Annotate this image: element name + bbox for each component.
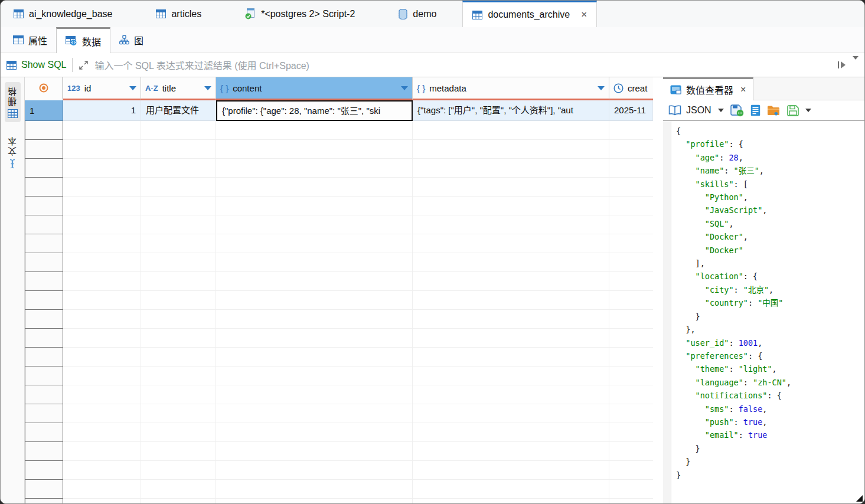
empty-cell[interactable] bbox=[63, 178, 141, 197]
empty-cell[interactable] bbox=[63, 291, 141, 310]
empty-cell[interactable] bbox=[609, 480, 653, 499]
table-row[interactable] bbox=[25, 442, 653, 461]
row-number-cell[interactable] bbox=[25, 158, 63, 178]
empty-cell[interactable] bbox=[141, 423, 216, 442]
empty-cell[interactable] bbox=[413, 385, 609, 404]
empty-cell[interactable] bbox=[141, 461, 216, 480]
empty-cell[interactable] bbox=[413, 423, 609, 442]
empty-cell[interactable] bbox=[63, 366, 141, 385]
cell-content[interactable]: {"profile": {"age": 28, "name": "张三", "s… bbox=[216, 100, 413, 121]
empty-cell[interactable] bbox=[63, 215, 141, 234]
row-number-cell[interactable] bbox=[25, 177, 63, 197]
empty-cell[interactable] bbox=[63, 310, 141, 329]
save-value-icon[interactable] bbox=[730, 104, 744, 117]
empty-cell[interactable] bbox=[141, 140, 216, 159]
close-icon[interactable]: × bbox=[581, 9, 587, 21]
empty-cell[interactable] bbox=[609, 121, 653, 140]
empty-cell[interactable] bbox=[609, 385, 653, 404]
empty-cell[interactable] bbox=[63, 404, 141, 423]
table-row[interactable] bbox=[25, 159, 653, 178]
panel-sash[interactable] bbox=[653, 77, 663, 503]
row-number-cell[interactable] bbox=[25, 290, 63, 310]
empty-cell[interactable] bbox=[216, 499, 413, 503]
empty-cell[interactable] bbox=[609, 159, 653, 178]
format-dropdown-icon[interactable] bbox=[718, 109, 724, 112]
empty-cell[interactable] bbox=[609, 442, 653, 461]
empty-cell[interactable] bbox=[413, 140, 609, 159]
empty-cell[interactable] bbox=[216, 461, 413, 480]
tab-properties[interactable]: 属性 bbox=[4, 27, 56, 53]
table-row[interactable] bbox=[25, 366, 653, 385]
empty-cell[interactable] bbox=[63, 197, 141, 215]
empty-cell[interactable] bbox=[141, 272, 216, 291]
row-number-cell[interactable] bbox=[25, 234, 63, 253]
json-code[interactable]: { "profile": { "age": 28, "name": "张三", … bbox=[671, 121, 864, 503]
empty-cell[interactable] bbox=[609, 366, 653, 385]
table-row[interactable] bbox=[25, 140, 653, 159]
empty-cell[interactable] bbox=[216, 291, 413, 310]
table-row[interactable] bbox=[25, 272, 653, 291]
empty-cell[interactable] bbox=[413, 442, 609, 461]
empty-cell[interactable] bbox=[609, 253, 653, 272]
empty-cell[interactable] bbox=[413, 121, 609, 140]
column-header-id[interactable]: 123 id bbox=[63, 77, 141, 100]
empty-cell[interactable] bbox=[63, 480, 141, 499]
show-sql-button[interactable]: Show SQL bbox=[6, 60, 66, 70]
empty-cell[interactable] bbox=[413, 404, 609, 423]
empty-cell[interactable] bbox=[63, 423, 141, 442]
tab-script-2[interactable]: *<postgres 2> Script-2 bbox=[236, 1, 364, 27]
cell-created[interactable]: 2025-11 bbox=[609, 100, 653, 121]
table-row[interactable] bbox=[25, 121, 653, 140]
cell-metadata[interactable]: {"tags": ["用户", "配置", "个人资料"], "aut bbox=[413, 100, 609, 121]
table-row[interactable] bbox=[25, 348, 653, 366]
tab-ai-knowledge-base[interactable]: ai_knowledge_base bbox=[4, 1, 122, 27]
empty-cell[interactable] bbox=[216, 215, 413, 234]
row-number-cell[interactable] bbox=[25, 271, 63, 291]
row-number-cell[interactable]: 1 bbox=[25, 100, 63, 121]
filter-history-icon[interactable] bbox=[853, 60, 859, 70]
empty-cell[interactable] bbox=[609, 272, 653, 291]
column-dropdown-icon[interactable] bbox=[598, 86, 605, 90]
tab-documents-archive[interactable]: documents_archive × bbox=[462, 1, 597, 27]
resize-grip[interactable] bbox=[856, 495, 863, 502]
empty-cell[interactable] bbox=[413, 366, 609, 385]
column-header-metadata[interactable]: { } metadata bbox=[413, 77, 609, 100]
tab-data[interactable]: 数据 bbox=[56, 27, 110, 53]
empty-cell[interactable] bbox=[63, 272, 141, 291]
empty-cell[interactable] bbox=[609, 499, 653, 503]
table-row[interactable] bbox=[25, 385, 653, 404]
column-dropdown-icon[interactable] bbox=[401, 86, 408, 90]
empty-cell[interactable] bbox=[216, 253, 413, 272]
column-header-content[interactable]: { } content bbox=[216, 77, 413, 100]
empty-cell[interactable] bbox=[413, 234, 609, 253]
empty-cell[interactable] bbox=[63, 253, 141, 272]
empty-cell[interactable] bbox=[63, 499, 141, 503]
row-number-cell[interactable] bbox=[25, 498, 63, 503]
empty-cell[interactable] bbox=[141, 253, 216, 272]
empty-cell[interactable] bbox=[141, 215, 216, 234]
apply-filter-icon[interactable] bbox=[837, 61, 848, 69]
empty-cell[interactable] bbox=[141, 178, 216, 197]
row-number-cell[interactable] bbox=[25, 196, 63, 215]
row-number-header[interactable] bbox=[25, 77, 63, 100]
row-number-cell[interactable] bbox=[25, 253, 63, 272]
row-number-cell[interactable] bbox=[25, 347, 63, 366]
table-row[interactable] bbox=[25, 423, 653, 442]
empty-cell[interactable] bbox=[141, 121, 216, 140]
table-row[interactable] bbox=[25, 291, 653, 310]
empty-cell[interactable] bbox=[609, 348, 653, 366]
tab-diagram[interactable]: 图 bbox=[110, 27, 152, 53]
empty-cell[interactable] bbox=[216, 272, 413, 291]
column-header-title[interactable]: A·Z title bbox=[141, 77, 216, 100]
cell-title[interactable]: 用户配置文件 bbox=[141, 100, 216, 121]
empty-cell[interactable] bbox=[609, 140, 653, 159]
table-row[interactable] bbox=[25, 329, 653, 348]
empty-cell[interactable] bbox=[141, 366, 216, 385]
empty-cell[interactable] bbox=[216, 310, 413, 329]
toolbar-more-icon[interactable] bbox=[805, 109, 811, 112]
empty-cell[interactable] bbox=[141, 234, 216, 253]
row-number-cell[interactable] bbox=[25, 479, 63, 499]
row-number-cell[interactable] bbox=[25, 328, 63, 348]
empty-cell[interactable] bbox=[609, 310, 653, 329]
empty-cell[interactable] bbox=[216, 404, 413, 423]
